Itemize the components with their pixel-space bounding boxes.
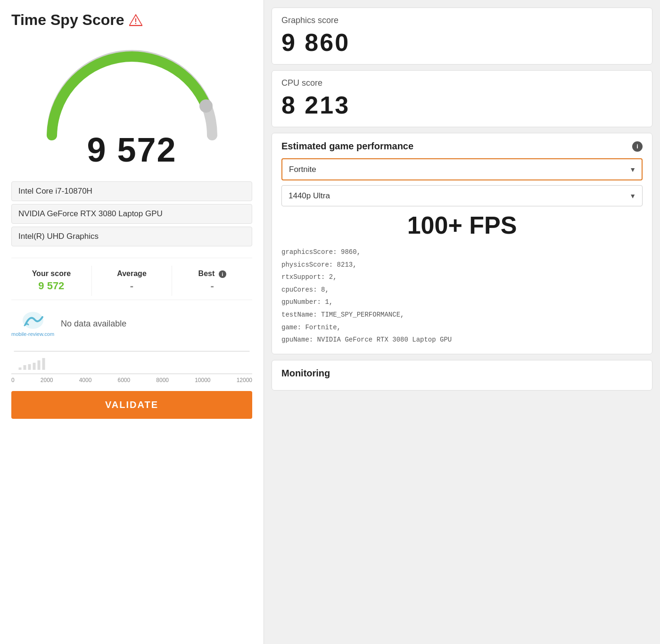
axis-10000: 10000 (195, 377, 210, 383)
perf-info-icon[interactable]: i (632, 141, 643, 152)
svg-rect-8 (28, 364, 31, 370)
code-line-6: testName: TIME_SPY_PERFORMANCE, (281, 309, 643, 321)
your-score-label: Your score (32, 269, 71, 278)
svg-rect-10 (38, 360, 41, 370)
mobile-review-logo (22, 310, 44, 330)
code-line-8: gpuName: NVIDIA GeForce RTX 3080 Laptop … (281, 334, 643, 346)
hardware-item-gpu: NVIDIA GeForce RTX 3080 Laptop GPU (11, 204, 252, 224)
cpu-score-card: CPU score 8 213 (272, 70, 652, 127)
gauge-score: 9 572 (87, 130, 176, 169)
estimated-performance-card: Estimated game performance i Fortnite Cy… (272, 133, 652, 354)
monitoring-card: Monitoring (272, 360, 652, 391)
your-score-value: 9 572 (38, 280, 64, 292)
svg-point-3 (199, 99, 213, 113)
perf-code-block: graphicsScore: 9860, physicsScore: 8213,… (281, 246, 643, 346)
code-line-7: game: Fortnite, (281, 321, 643, 334)
logo-text: mobile-review.com (11, 331, 54, 337)
axis-0: 0 (11, 377, 15, 383)
right-panel: Graphics score 9 860 CPU score 8 213 Est… (264, 0, 660, 644)
chart-logo: mobile-review.com (11, 310, 54, 337)
code-line-5: gpuNumber: 1, (281, 296, 643, 309)
best-col: Best i - (172, 266, 252, 296)
game-select[interactable]: Fortnite Cyberpunk 2077 Battlefield 2042… (281, 158, 643, 180)
hardware-item-igpu: Intel(R) UHD Graphics (11, 227, 252, 246)
code-line-1: graphicsScore: 9860, (281, 246, 643, 259)
warning-icon: ! (129, 14, 142, 27)
chart-no-data: mobile-review.com No data available (11, 306, 252, 342)
axis-8000: 8000 (156, 377, 169, 383)
cpu-score-value: 8 213 (281, 91, 643, 119)
average-col: Average - (92, 266, 173, 296)
code-line-2: physicsScore: 8213, (281, 259, 643, 271)
best-label: Best i (198, 269, 226, 278)
your-score-col: Your score 9 572 (11, 266, 92, 296)
left-panel: Time Spy Score ! 9 572 Intel Core i7-108… (0, 0, 264, 644)
resolution-select-wrapper: 1440p Ultra 1080p Ultra 4K Ultra 1440p H… (281, 185, 643, 206)
code-line-3: rtxSupport: 2, (281, 271, 643, 284)
hardware-list: Intel Core i7-10870H NVIDIA GeForce RTX … (11, 181, 252, 246)
axis-6000: 6000 (117, 377, 130, 383)
average-label: Average (117, 269, 147, 278)
gauge-svg (33, 36, 231, 145)
chart-bars (11, 342, 252, 370)
perf-title-row: Estimated game performance i (281, 141, 643, 152)
hardware-item-cpu: Intel Core i7-10870H (11, 181, 252, 201)
axis-4000: 4000 (79, 377, 92, 383)
validate-button[interactable]: VALIDATE (11, 391, 252, 419)
page-title: Time Spy Score (11, 11, 124, 29)
chart-axis: 0 2000 4000 6000 8000 10000 12000 (11, 374, 252, 383)
monitoring-title: Monitoring (281, 368, 643, 379)
svg-rect-9 (33, 363, 36, 370)
svg-text:!: ! (134, 17, 137, 25)
best-value: - (211, 280, 214, 292)
axis-12000: 12000 (237, 377, 252, 383)
average-value: - (130, 280, 133, 292)
code-line-4: cpuCores: 8, (281, 284, 643, 296)
no-data-text: No data available (61, 319, 126, 329)
svg-rect-6 (19, 367, 22, 370)
best-info-icon[interactable]: i (219, 270, 226, 278)
game-select-wrapper: Fortnite Cyberpunk 2077 Battlefield 2042… (281, 158, 643, 180)
fps-value: 100+ FPS (281, 211, 643, 239)
graphics-score-value: 9 860 (281, 28, 643, 57)
svg-rect-11 (42, 358, 45, 370)
resolution-select[interactable]: 1440p Ultra 1080p Ultra 4K Ultra 1440p H… (281, 185, 643, 206)
title-row: Time Spy Score ! (11, 11, 252, 29)
cpu-score-label: CPU score (281, 78, 643, 88)
chart-area: mobile-review.com No data available 0 20… (11, 300, 252, 383)
svg-rect-5 (14, 351, 250, 351)
gauge-container: 9 572 (11, 36, 252, 169)
axis-2000: 2000 (41, 377, 53, 383)
perf-title: Estimated game performance (281, 141, 413, 152)
score-comparison: Your score 9 572 Average - Best i - (11, 258, 252, 296)
graphics-score-label: Graphics score (281, 16, 643, 25)
svg-rect-7 (24, 365, 26, 370)
graphics-score-card: Graphics score 9 860 (272, 8, 652, 65)
